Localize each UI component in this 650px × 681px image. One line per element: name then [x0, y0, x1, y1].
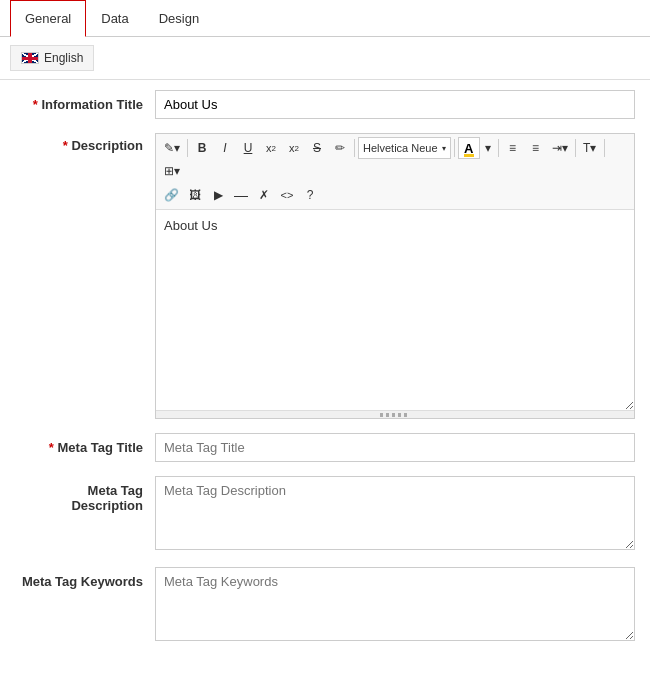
description-label: Description: [15, 133, 155, 153]
main-tabs: General Data Design: [0, 0, 650, 37]
text-format-button[interactable]: T▾: [579, 137, 601, 159]
information-title-field: [155, 90, 635, 119]
language-tabs: English: [0, 37, 650, 80]
toolbar-row-2: 🔗 🖼 ▶ — ✗ <> ?: [160, 184, 630, 206]
unlink-button[interactable]: ✗: [253, 184, 275, 206]
information-title-label: Information Title: [15, 90, 155, 112]
image-button[interactable]: 🖼: [184, 184, 206, 206]
hr-button[interactable]: —: [230, 184, 252, 206]
toolbar-row-1: ✎▾ B I U x2 x2 S ✏ Helvetica Neue ▾: [160, 137, 630, 182]
italic-button[interactable]: I: [214, 137, 236, 159]
information-title-row: Information Title: [15, 90, 635, 119]
description-field: ✎▾ B I U x2 x2 S ✏ Helvetica Neue ▾: [155, 133, 635, 419]
tab-design[interactable]: Design: [144, 0, 214, 37]
tab-general[interactable]: General: [10, 0, 86, 37]
meta-tag-title-label: Meta Tag Title: [15, 433, 155, 455]
format-button[interactable]: ✎▾: [160, 137, 184, 159]
meta-tag-description-row: Meta Tag Description: [15, 476, 635, 553]
strikethrough-button[interactable]: S: [306, 137, 328, 159]
source-button[interactable]: <>: [276, 184, 298, 206]
form-content: Information Title Description ✎▾ B I U x…: [0, 80, 650, 668]
tab-data[interactable]: Data: [86, 0, 143, 37]
meta-tag-description-input[interactable]: [155, 476, 635, 550]
toolbar-sep-2: [354, 139, 355, 157]
media-button[interactable]: ▶: [207, 184, 229, 206]
meta-tag-title-row: Meta Tag Title: [15, 433, 635, 462]
font-color-button[interactable]: A: [458, 137, 480, 159]
meta-tag-description-field: [155, 476, 635, 553]
meta-tag-keywords-label: Meta Tag Keywords: [15, 567, 155, 589]
indent-button[interactable]: ⇥▾: [548, 137, 572, 159]
rich-text-editor: ✎▾ B I U x2 x2 S ✏ Helvetica Neue ▾: [155, 133, 635, 419]
toolbar-sep-6: [604, 139, 605, 157]
font-family-label: Helvetica Neue: [363, 142, 438, 154]
editor-resize-handle[interactable]: [156, 410, 634, 418]
meta-tag-description-label: Meta Tag Description: [15, 476, 155, 513]
font-color-a: A: [464, 141, 473, 156]
underline-button[interactable]: U: [237, 137, 259, 159]
meta-tag-keywords-row: Meta Tag Keywords: [15, 567, 635, 644]
bold-button[interactable]: B: [191, 137, 213, 159]
flag-icon-uk: [21, 52, 39, 64]
meta-tag-title-input[interactable]: [155, 433, 635, 462]
editor-content: About Us: [164, 218, 217, 233]
font-color-dropdown[interactable]: ▾: [481, 137, 495, 159]
resize-dots: [380, 413, 410, 417]
font-color-indicator: [464, 154, 474, 157]
language-label: English: [44, 51, 83, 65]
help-button[interactable]: ?: [299, 184, 321, 206]
toolbar-sep-4: [498, 139, 499, 157]
pencil-button[interactable]: ✏: [329, 137, 351, 159]
link-button[interactable]: 🔗: [160, 184, 183, 206]
meta-tag-keywords-input[interactable]: [155, 567, 635, 641]
toolbar-sep-5: [575, 139, 576, 157]
toolbar-sep-1: [187, 139, 188, 157]
superscript-button[interactable]: x2: [260, 137, 282, 159]
meta-tag-keywords-field: [155, 567, 635, 644]
editor-body[interactable]: About Us: [156, 210, 634, 410]
font-family-dropdown[interactable]: Helvetica Neue ▾: [358, 137, 451, 159]
meta-tag-title-field: [155, 433, 635, 462]
font-family-chevron: ▾: [442, 144, 446, 153]
language-tab-english[interactable]: English: [10, 45, 94, 71]
list-ul-button[interactable]: ≡: [502, 137, 524, 159]
description-row: Description ✎▾ B I U x2 x2 S ✏: [15, 133, 635, 419]
editor-toolbar: ✎▾ B I U x2 x2 S ✏ Helvetica Neue ▾: [156, 134, 634, 210]
toolbar-sep-3: [454, 139, 455, 157]
list-ol-button[interactable]: ≡: [525, 137, 547, 159]
information-title-input[interactable]: [155, 90, 635, 119]
table-button[interactable]: ⊞▾: [160, 160, 184, 182]
subscript-button[interactable]: x2: [283, 137, 305, 159]
